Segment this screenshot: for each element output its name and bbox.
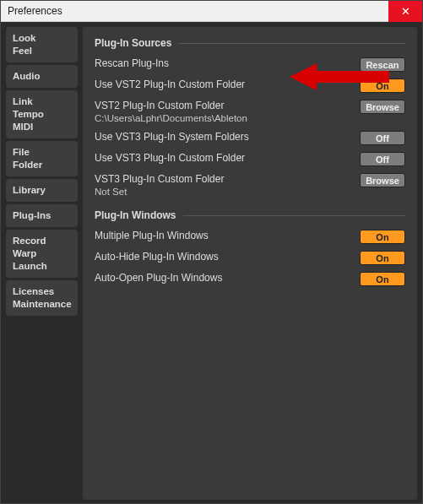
- sidebar-item-label: MIDI: [13, 121, 71, 133]
- control-label: Off: [376, 154, 389, 165]
- setting-label: Use VST3 Plug-In System Folders: [95, 131, 360, 144]
- control-label: On: [376, 253, 388, 263]
- setting-row: Use VST3 Plug-In System FoldersOff: [95, 131, 405, 146]
- sidebar-item-label: Licenses: [13, 285, 71, 298]
- sidebar-group-audio[interactable]: Audio: [6, 65, 78, 88]
- sidebar-group-licenses[interactable]: LicensesMaintenance: [6, 280, 78, 316]
- setting-label-text: VST2 Plug-In Custom Folder: [95, 100, 353, 112]
- section-title: Plug-In Sources: [95, 37, 171, 49]
- toggle-on[interactable]: On: [360, 251, 405, 265]
- setting-label-text: VST3 Plug-In Custom Folder: [95, 173, 353, 186]
- section-header-windows: Plug-In Windows: [95, 209, 405, 221]
- sidebar-item-label: Record: [13, 235, 71, 247]
- setting-label: Rescan Plug-Ins: [95, 57, 360, 70]
- setting-row: Auto-Hide Plug-In WindowsOn: [95, 251, 405, 266]
- setting-label: VST3 Plug-In Custom FolderNot Set: [95, 173, 360, 198]
- setting-label-text: Auto-Open Plug-In Windows: [95, 272, 353, 285]
- setting-label: Auto-Open Plug-In Windows: [95, 272, 360, 285]
- setting-label-text: Use VST3 Plug-In Custom Folder: [95, 152, 353, 165]
- setting-label-text: Multiple Plug-In Windows: [95, 230, 353, 242]
- divider: [183, 215, 405, 216]
- setting-label: Auto-Hide Plug-In Windows: [95, 251, 360, 263]
- sidebar-group-file[interactable]: FileFolder: [6, 141, 78, 176]
- action-button[interactable]: Browse: [360, 100, 405, 114]
- setting-label-text: Use VST3 Plug-In System Folders: [95, 131, 353, 144]
- setting-label-text: Auto-Hide Plug-In Windows: [95, 251, 353, 263]
- control-label: Browse: [366, 176, 399, 186]
- titlebar: Preferences ✕: [1, 1, 422, 22]
- setting-label: Multiple Plug-In Windows: [95, 230, 360, 242]
- sidebar-item-label: File: [13, 146, 71, 159]
- toggle-on[interactable]: On: [360, 272, 405, 286]
- action-button[interactable]: Rescan: [360, 57, 405, 72]
- control-label: On: [376, 232, 388, 242]
- sidebar-item-label: Audio: [13, 70, 71, 83]
- sidebar-item-label: Link: [13, 95, 71, 108]
- sidebar-group-record[interactable]: RecordWarpLaunch: [6, 230, 78, 278]
- setting-label: Use VST2 Plug-In Custom Folder: [95, 79, 360, 91]
- setting-row: VST3 Plug-In Custom FolderNot SetBrowse: [95, 173, 405, 198]
- window-title: Preferences: [8, 5, 62, 17]
- close-button[interactable]: ✕: [388, 1, 422, 22]
- section-header-sources: Plug-In Sources: [95, 37, 405, 49]
- action-button[interactable]: Browse: [360, 173, 405, 187]
- sidebar-item-label: Folder: [13, 159, 71, 171]
- control-label: On: [376, 274, 388, 285]
- content-panel: Plug-In Sources Rescan Plug-InsRescanUse…: [83, 27, 417, 500]
- section-title: Plug-In Windows: [95, 209, 176, 221]
- control-label: Browse: [366, 102, 399, 112]
- divider: [178, 43, 405, 44]
- sidebar-group-plug-ins[interactable]: Plug-Ins: [6, 204, 78, 227]
- setting-sublabel: C:\Users\aLphr\Documents\Ableton: [95, 112, 353, 125]
- setting-sublabel: Not Set: [95, 186, 353, 198]
- sidebar-item-label: Warp: [13, 247, 71, 260]
- setting-label: VST2 Plug-In Custom FolderC:\Users\aLphr…: [95, 100, 360, 125]
- sidebar-item-label: Library: [13, 184, 71, 197]
- setting-row: Use VST3 Plug-In Custom FolderOff: [95, 152, 405, 167]
- setting-row: Auto-Open Plug-In WindowsOn: [95, 272, 405, 287]
- setting-row: Rescan Plug-InsRescan: [95, 57, 405, 73]
- sidebar-item-label: Launch: [13, 260, 71, 273]
- toggle-off[interactable]: Off: [360, 131, 405, 145]
- sidebar-item-label: Maintenance: [13, 298, 71, 311]
- toggle-on[interactable]: On: [360, 79, 405, 93]
- setting-row: Use VST2 Plug-In Custom FolderOn: [95, 79, 405, 94]
- toggle-on[interactable]: On: [360, 230, 405, 244]
- close-icon: ✕: [401, 5, 410, 18]
- sidebar-item-label: Look: [13, 32, 71, 45]
- setting-label: Use VST3 Plug-In Custom Folder: [95, 152, 360, 165]
- setting-label-text: Use VST2 Plug-In Custom Folder: [95, 79, 353, 91]
- control-label: On: [376, 81, 388, 91]
- sidebar-item-label: Tempo: [13, 108, 71, 121]
- toggle-off[interactable]: Off: [360, 152, 405, 166]
- sidebar-group-library[interactable]: Library: [6, 179, 78, 202]
- setting-row: VST2 Plug-In Custom FolderC:\Users\aLphr…: [95, 100, 405, 125]
- setting-row: Multiple Plug-In WindowsOn: [95, 230, 405, 245]
- setting-label-text: Rescan Plug-Ins: [95, 57, 353, 70]
- sidebar-group-link[interactable]: LinkTempoMIDI: [6, 90, 78, 138]
- sidebar: LookFeelAudioLinkTempoMIDIFileFolderLibr…: [6, 27, 78, 500]
- sidebar-item-label: Feel: [13, 45, 71, 57]
- control-label: Off: [376, 133, 389, 144]
- window-body: LookFeelAudioLinkTempoMIDIFileFolderLibr…: [1, 22, 422, 504]
- sidebar-item-label: Plug-Ins: [13, 209, 71, 222]
- control-label: Rescan: [366, 60, 399, 70]
- sidebar-group-look[interactable]: LookFeel: [6, 27, 78, 62]
